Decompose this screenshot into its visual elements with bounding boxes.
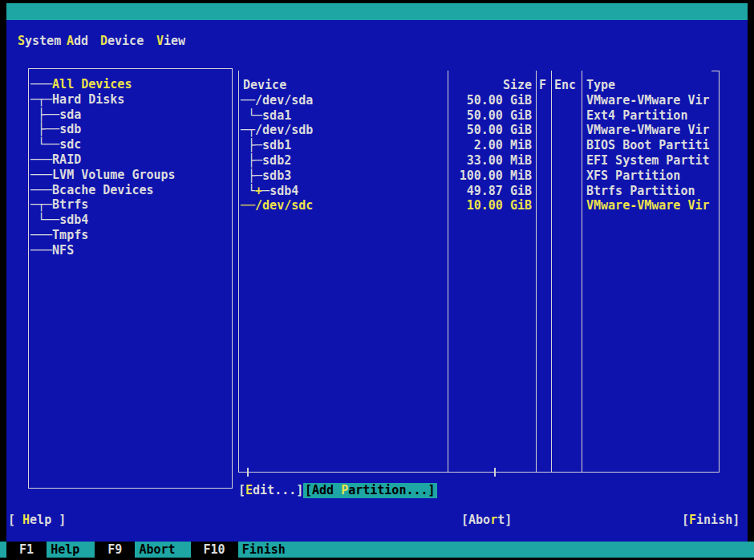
cell-format [536,168,551,184]
table-row-sdb3[interactable]: ├─sdb3100.00 MiBXFS Partition [239,168,719,184]
add-partition-button[interactable]: [Add Partition...] [303,483,437,498]
tree-item-label: LVM Volume Groups [52,168,176,182]
device-name: sdb4 [270,184,298,198]
column-separator [551,71,552,472]
cell-encrypted [551,168,582,184]
tree-item-sdc[interactable]: └──sdc [30,137,232,152]
cell-device: └+─sdb4 [239,184,448,199]
table-row-dev-sdb[interactable]: ─┬/dev/sdb50.00 GiBVMware-VMware Vir [239,123,719,138]
tree-branch-lines: ─┬ [241,123,255,137]
menu-bar: SystemAddDeviceView [6,34,748,49]
tree-item-label: sdb4 [59,213,88,227]
cell-type: Ext4 Partition [582,108,719,124]
title-bar: YaST2 - partitioner @ iprint5-test [6,3,748,20]
edit-button[interactable]: [Edit...] [238,483,303,498]
cell-format [536,198,551,213]
table-row-sdb2[interactable]: ├─sdb233.00 MiBEFI System Partit [239,153,719,168]
table-row-sdb1[interactable]: ├─sdb12.00 MiBBIOS Boot Partiti [239,138,719,153]
tree-branch-lines: ─── [30,77,52,91]
column-separator [582,71,582,472]
tree-item-sdb[interactable]: ├──sdb [30,122,232,137]
column-separator [448,71,448,472]
tree-branch-lines: ─── [30,243,52,258]
tree-branch-lines: ├─ [241,138,262,152]
tree-item-hard-disks[interactable]: ─┬─Hard Disks [30,92,232,108]
table-row-sda1[interactable]: └─sda150.00 GiBExt4 Partition [239,108,719,124]
border-corner [711,71,719,71]
cell-size: 50.00 GiB [448,123,536,138]
tree-item-lvm-volume-groups[interactable]: ───LVM Volume Groups [30,168,232,183]
tree-item-label: Tmpfs [52,228,88,242]
tree-item-label: sdc [59,137,81,152]
cell-size: 100.00 MiB [448,168,536,184]
table-row-dev-sdc[interactable]: ──/dev/sdc10.00 GiBVMware-VMware Vir [239,198,719,213]
table-row-sdb4[interactable]: └+─sdb449.87 GiBBtrfs Partition [239,184,719,199]
fkey-f9: F9 [95,542,135,558]
column-separator [536,71,537,472]
header-size: Size [448,78,536,93]
tree-branch-lines: ├── [30,122,59,136]
tree-item-bcache-devices[interactable]: ───Bcache Devices [30,183,232,198]
help-button[interactable]: [ Help ] [8,513,66,528]
cell-format [536,138,551,153]
cell-size: 50.00 GiB [448,93,536,108]
table-header: Device Size F Enc Type [239,78,719,93]
menu-item-view[interactable]: View [156,34,185,49]
device-name: /dev/sdb [255,123,313,137]
tree-branch-lines: ─── [30,152,52,167]
cell-device: ├─sdb1 [239,138,448,153]
menu-item-device[interactable]: Device [100,34,144,49]
cell-type: XFS Partition [582,168,719,184]
menu-item-add[interactable]: Add [67,34,88,49]
device-table-panel: Device Size F Enc Type ──/dev/sda50.00 G… [238,71,720,473]
header-enc: Enc [551,78,582,93]
cell-size: 49.87 GiB [448,184,536,199]
tree-item-all-devices[interactable]: ───All Devices [30,77,232,92]
cell-format [536,153,551,168]
tree-branch-lines: └─ [241,108,262,123]
tree-item-sdb4[interactable]: └──sdb4 [30,213,232,228]
tree-item-label: sdb [59,122,81,136]
cell-type: VMware-VMware Vir [582,93,719,108]
cell-device: ├─sdb3 [239,168,448,184]
tree-item-label: Bcache Devices [52,183,153,197]
hotkey-letter: D [100,34,107,48]
cell-type: Btrfs Partition [582,184,719,199]
tree-item-nfs[interactable]: ───NFS [30,243,232,258]
tree-branch-lines: ── [241,198,255,213]
cell-encrypted [551,198,582,213]
finish-button[interactable]: [Finish] [682,513,740,528]
header-device: Device [239,78,448,93]
menu-item-system[interactable]: System [18,34,61,49]
device-name: /dev/sdc [255,198,313,213]
cell-size: 50.00 GiB [448,108,536,124]
tree-branch-lines: └── [30,213,59,227]
cell-size: 33.00 MiB [448,153,536,168]
tree-item-label: All Devices [52,77,132,91]
tree-item-label: Hard Disks [52,92,124,107]
tree-branch-lines: ─── [30,228,52,242]
hotkey-letter: V [156,34,164,48]
column-tick [247,468,249,477]
fkey-f1: F1 [6,542,47,558]
cell-type: BIOS Boot Partiti [582,138,719,153]
table-row-dev-sda[interactable]: ──/dev/sda50.00 GiBVMware-VMware Vir [239,93,719,108]
cell-device: ──/dev/sdc [239,198,448,213]
abort-button[interactable]: [Abort] [461,513,512,528]
tree-item-raid[interactable]: ───RAID [30,152,232,168]
cell-encrypted [551,93,582,108]
expand-icon[interactable]: + [255,184,262,198]
tree-item-label: NFS [52,243,74,258]
header-f: F [536,78,551,93]
tree-item-tmpfs[interactable]: ───Tmpfs [30,228,232,243]
tree-item-btrfs[interactable]: ─┬─Btrfs [30,197,232,213]
tree-branch-lines: └── [30,137,59,152]
column-tick [494,468,496,477]
cell-format [536,93,551,108]
tree-item-label: sda [59,108,81,122]
hotkey-letter: E [245,483,253,497]
tree-item-sda[interactable]: ├──sda [30,108,232,123]
cell-encrypted [551,184,582,199]
tree-branch-lines: ─── [30,183,52,197]
hotkey-letter: H [22,513,30,527]
